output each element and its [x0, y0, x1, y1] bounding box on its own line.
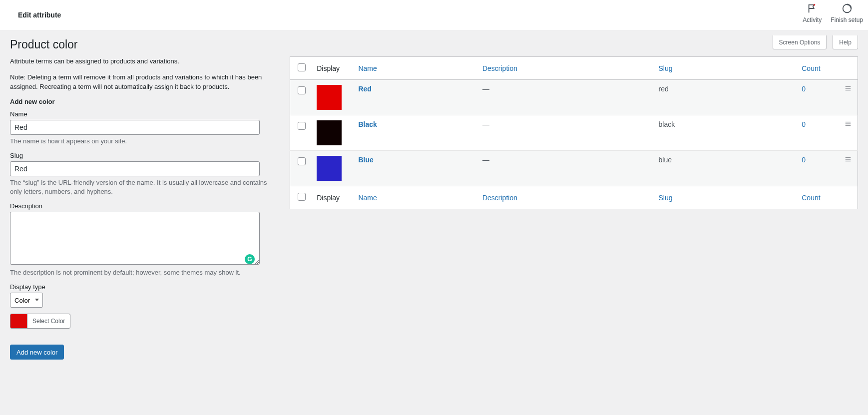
row-checkbox[interactable]: [298, 122, 306, 130]
table-row: Blue—blue0: [290, 151, 858, 186]
color-swatch-icon: [10, 314, 27, 328]
activity-button[interactable]: Activity: [803, 3, 822, 23]
tf-slug[interactable]: Slug: [655, 186, 798, 209]
term-slug: black: [655, 115, 798, 151]
color-swatch-icon: [317, 156, 342, 181]
row-checkbox[interactable]: [298, 86, 306, 94]
term-description: —: [478, 151, 655, 186]
term-name-link[interactable]: Red: [358, 85, 371, 93]
field-name: Name The name is how it appears on your …: [10, 110, 280, 146]
form-section-title: Add new color: [10, 98, 280, 105]
svg-point-0: [814, 4, 816, 6]
term-name-link[interactable]: Blue: [358, 156, 373, 164]
color-swatch-icon: [317, 120, 342, 145]
row-checkbox[interactable]: [298, 157, 306, 165]
field-slug: Slug The “slug” is the URL-friendly vers…: [10, 152, 280, 196]
name-label: Name: [10, 110, 280, 118]
field-color-picker: Select Color: [10, 314, 280, 330]
term-count-link[interactable]: 0: [802, 120, 806, 128]
drag-handle-icon[interactable]: [845, 85, 852, 93]
display-type-label: Display type: [10, 283, 280, 291]
terms-table-column: Display Name Description Slug Count Red—…: [290, 56, 858, 209]
drag-handle-icon[interactable]: [845, 156, 852, 164]
finish-setup-button[interactable]: Finish setup: [831, 3, 863, 23]
admin-top-bar: Edit attribute Activity Finish setup: [0, 0, 868, 30]
table-row: Red—red0: [290, 80, 858, 115]
term-count-link[interactable]: 0: [802, 156, 806, 164]
add-new-color-button[interactable]: Add new color: [10, 345, 64, 360]
drag-handle-icon[interactable]: [845, 121, 852, 129]
table-row: Black—black0: [290, 115, 858, 151]
name-input[interactable]: [10, 120, 260, 135]
name-help: The name is how it appears on your site.: [10, 137, 280, 146]
select-all-checkbox-top[interactable]: [298, 63, 306, 71]
term-slug: blue: [655, 151, 798, 186]
screen-options-button[interactable]: Screen Options: [773, 35, 827, 49]
th-name[interactable]: Name: [354, 57, 478, 80]
th-slug[interactable]: Slug: [655, 57, 798, 80]
th-display: Display: [313, 57, 354, 80]
term-description: —: [478, 115, 655, 151]
tf-name[interactable]: Name: [354, 186, 478, 209]
description-label: Description: [10, 202, 280, 210]
tf-description[interactable]: Description: [478, 186, 655, 209]
clock-icon: [842, 3, 853, 15]
main-wrap: Screen Options Help Product color Attrib…: [0, 38, 868, 370]
top-actions: Activity Finish setup: [803, 0, 863, 30]
intro-note-2: Note: Deleting a term will remove it fro…: [10, 72, 280, 92]
slug-label: Slug: [10, 152, 280, 159]
tf-display: Display: [313, 186, 354, 209]
help-button[interactable]: Help: [833, 35, 858, 49]
color-picker[interactable]: Select Color: [10, 314, 70, 329]
term-name-link[interactable]: Black: [358, 120, 377, 128]
color-swatch-icon: [317, 85, 342, 110]
intro-note-1: Attribute terms can be assigned to produ…: [10, 56, 280, 66]
finish-setup-label: Finish setup: [831, 16, 863, 23]
slug-input[interactable]: [10, 161, 260, 176]
description-help: The description is not prominent by defa…: [10, 268, 280, 277]
field-display-type: Display type Color: [10, 283, 280, 308]
th-description[interactable]: Description: [478, 57, 655, 80]
term-description: —: [478, 80, 655, 115]
field-description: Description G The description is not pro…: [10, 202, 280, 277]
select-all-checkbox-bottom[interactable]: [298, 193, 306, 201]
term-count-link[interactable]: 0: [802, 85, 806, 93]
select-color-button[interactable]: Select Color: [27, 314, 70, 328]
form-column: Attribute terms can be assigned to produ…: [10, 56, 280, 360]
tf-count[interactable]: Count: [798, 186, 838, 209]
description-textarea[interactable]: [10, 212, 260, 265]
page-title: Product color: [10, 38, 858, 51]
th-count[interactable]: Count: [798, 57, 838, 80]
terms-tbody: Red—red0Black—black0Blue—blue0: [290, 80, 858, 186]
flag-icon: [807, 3, 818, 15]
term-slug: red: [655, 80, 798, 115]
terms-table: Display Name Description Slug Count Red—…: [290, 56, 858, 209]
page-context-title: Edit attribute: [18, 11, 61, 19]
activity-label: Activity: [803, 16, 822, 23]
display-type-select[interactable]: Color: [10, 293, 43, 308]
screen-meta-links: Screen Options Help: [773, 35, 858, 49]
slug-help: The “slug” is the URL-friendly version o…: [10, 178, 280, 196]
